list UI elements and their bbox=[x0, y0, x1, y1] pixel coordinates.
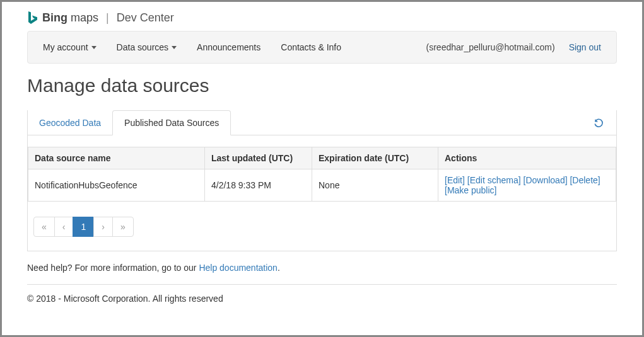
refresh-button[interactable] bbox=[590, 114, 607, 132]
action-make-public[interactable]: [Make public] bbox=[445, 185, 496, 195]
help-suffix: . bbox=[278, 263, 280, 273]
cell-actions: [Edit] [Edit schema] [Download] [Delete]… bbox=[438, 169, 616, 202]
data-panel: Geocoded Data Published Data Sources Dat… bbox=[27, 110, 617, 251]
logo-divider: | bbox=[106, 11, 109, 25]
action-download[interactable]: [Download] bbox=[524, 175, 568, 185]
action-edit[interactable]: [Edit] bbox=[445, 175, 465, 185]
footer-text: © 2018 - Microsoft Corporation. All righ… bbox=[27, 294, 617, 304]
page-first[interactable]: « bbox=[33, 217, 55, 237]
page-next[interactable]: › bbox=[93, 217, 113, 237]
th-actions: Actions bbox=[438, 147, 616, 169]
page-title: Manage data sources bbox=[27, 75, 617, 96]
page-last[interactable]: » bbox=[112, 217, 134, 237]
tab-published[interactable]: Published Data Sources bbox=[112, 110, 231, 135]
nav-my-account[interactable]: My account bbox=[43, 42, 97, 52]
nav-user-email: (sreedhar_pelluru@hotmail.com) bbox=[426, 42, 555, 52]
th-last-updated: Last updated (UTC) bbox=[205, 147, 312, 169]
footer-rule bbox=[27, 284, 617, 285]
dev-center-text: Dev Center bbox=[117, 11, 174, 25]
action-delete[interactable]: [Delete] bbox=[570, 175, 600, 185]
table-header-row: Data source name Last updated (UTC) Expi… bbox=[28, 147, 616, 169]
header-logo: Bing maps | Dev Center bbox=[27, 11, 617, 25]
nav-announcements-label: Announcements bbox=[197, 42, 261, 52]
nav-data-sources-label: Data sources bbox=[117, 42, 168, 52]
bing-text: Bing maps bbox=[42, 11, 98, 25]
pagination: « ‹ 1 › » bbox=[34, 217, 610, 237]
help-prefix: Need help? For more information, go to o… bbox=[27, 263, 199, 273]
table-row: NotificationHubsGeofence 4/2/18 9:33 PM … bbox=[28, 169, 616, 202]
bing-logo: Bing maps bbox=[27, 11, 98, 25]
navbar: My account Data sources Announcements Co… bbox=[27, 31, 617, 64]
chevron-down-icon bbox=[91, 46, 97, 49]
nav-data-sources[interactable]: Data sources bbox=[117, 42, 177, 52]
cell-name: NotificationHubsGeofence bbox=[28, 169, 205, 202]
cell-expiration: None bbox=[312, 169, 438, 202]
action-edit-schema[interactable]: [Edit schema] bbox=[467, 175, 521, 185]
chevron-down-icon bbox=[172, 46, 177, 49]
tabs: Geocoded Data Published Data Sources bbox=[28, 110, 616, 135]
th-expiration: Expiration date (UTC) bbox=[312, 147, 438, 169]
nav-contacts[interactable]: Contacts & Info bbox=[281, 42, 341, 52]
tab-geocoded[interactable]: Geocoded Data bbox=[28, 111, 112, 135]
help-link[interactable]: Help documentation bbox=[199, 263, 278, 273]
bing-icon bbox=[27, 11, 38, 25]
help-text: Need help? For more information, go to o… bbox=[27, 263, 617, 273]
th-name: Data source name bbox=[28, 147, 205, 169]
nav-sign-out[interactable]: Sign out bbox=[569, 42, 601, 52]
cell-last-updated: 4/2/18 9:33 PM bbox=[205, 169, 312, 202]
nav-contacts-label: Contacts & Info bbox=[281, 42, 341, 52]
pagination-container: « ‹ 1 › » bbox=[28, 202, 616, 251]
data-sources-table: Data source name Last updated (UTC) Expi… bbox=[28, 147, 616, 202]
nav-announcements[interactable]: Announcements bbox=[197, 42, 261, 52]
nav-my-account-label: My account bbox=[43, 42, 88, 52]
page-prev[interactable]: ‹ bbox=[54, 217, 74, 237]
refresh-icon bbox=[594, 118, 604, 128]
page-current[interactable]: 1 bbox=[73, 217, 94, 237]
